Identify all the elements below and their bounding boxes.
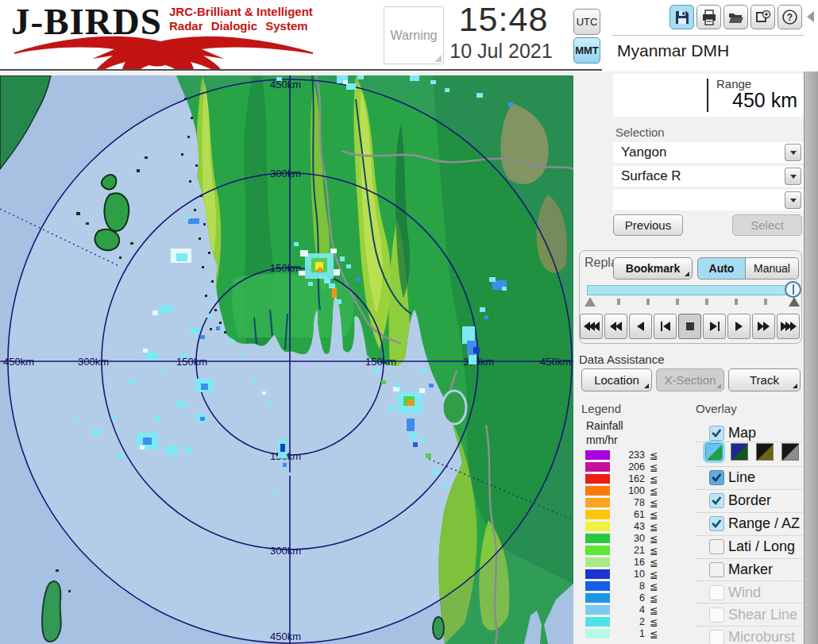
step-back-icon — [661, 322, 670, 331]
collapse-panel-icon[interactable] — [807, 11, 814, 22]
legend-unit-line1: Rainfall — [586, 419, 623, 432]
print-button[interactable] — [696, 5, 721, 29]
legend-operator: ≦ — [650, 557, 658, 569]
radar-map: 450km 300km 150km 150km 300km 450km 450k… — [0, 75, 573, 644]
overlay-checkbox-map[interactable] — [709, 426, 724, 441]
overlay-checkbox-border[interactable] — [709, 493, 724, 508]
legend-value: 2 — [608, 616, 645, 627]
overlay-separator — [696, 535, 802, 536]
overlay-checkbox-range-az[interactable] — [709, 516, 724, 531]
legend-swatch — [585, 617, 610, 627]
jbirds-window: J-BIRDS JRC-Brilliant & Intelligent Rada… — [0, 0, 818, 644]
option-dropdown-button[interactable] — [785, 191, 801, 209]
step-forward-button[interactable] — [703, 314, 726, 339]
utc-button[interactable]: UTC — [573, 9, 600, 35]
overlay-item-range-az: Range / AZ — [728, 515, 800, 532]
legend-unit-line2: mm/hr — [586, 434, 618, 446]
product-dropdown[interactable]: Surface R — [613, 166, 804, 187]
timeline-tick — [735, 299, 738, 305]
timeline-start-marker[interactable] — [585, 297, 596, 307]
manual-mode-button[interactable]: Manual — [746, 257, 799, 280]
legend-value: 4 — [608, 604, 645, 615]
help-button[interactable]: ? — [777, 5, 802, 29]
fast-rewind-button[interactable] — [580, 314, 603, 339]
legend-value: 16 — [608, 557, 645, 568]
overlay-item-map: Map — [728, 425, 756, 442]
legend-operator: ≦ — [650, 628, 658, 640]
fast-forward-button[interactable] — [752, 314, 775, 339]
station-name: Myanmar DMH — [617, 41, 729, 60]
clock-time: 15:48 — [443, 0, 564, 39]
legend-operator: ≦ — [650, 533, 658, 545]
map-style-swatch-1[interactable] — [705, 443, 723, 461]
fast-forward-icon — [758, 322, 770, 331]
overlay-separator — [696, 626, 802, 627]
eagle-logo-icon — [8, 33, 319, 70]
save-icon — [674, 10, 690, 25]
legend-swatch — [585, 605, 610, 615]
site-dropdown-button[interactable] — [785, 144, 801, 161]
step-back-button[interactable] — [654, 314, 677, 339]
site-dropdown-value: Yangon — [621, 145, 666, 160]
stop-button[interactable] — [678, 314, 701, 339]
option-dropdown[interactable] — [613, 190, 804, 210]
play-button[interactable] — [727, 314, 750, 339]
bookmark-button[interactable]: Bookmark — [613, 257, 693, 280]
map-style-swatch-3[interactable] — [756, 443, 774, 461]
timeline-end-marker[interactable] — [789, 297, 800, 307]
chevron-down-icon — [790, 175, 797, 179]
panel-edge-rail[interactable] — [804, 71, 818, 644]
overlay-checkbox-shear-line — [709, 607, 724, 623]
add-image-button[interactable] — [750, 5, 775, 29]
legend-operator: ≦ — [650, 521, 658, 533]
legend-swatch — [585, 450, 610, 460]
overlay-item-border: Border — [728, 492, 771, 509]
map-style-swatch-4[interactable] — [781, 443, 799, 461]
overlay-checkbox-lati-long[interactable] — [709, 539, 724, 554]
overlay-checkbox-marker[interactable] — [709, 562, 724, 577]
location-label: Location — [594, 373, 639, 387]
help-icon: ? — [781, 9, 798, 25]
dropdown-corner-icon — [793, 384, 797, 388]
product-dropdown-button[interactable] — [785, 168, 801, 185]
overlay-checkbox-line[interactable] — [709, 470, 724, 485]
fastest-forward-button[interactable] — [777, 314, 800, 339]
data-assistance-label: Data Assistance — [579, 353, 665, 366]
save-button[interactable] — [669, 5, 694, 29]
overlay-label: Overlay — [696, 402, 737, 415]
river-island — [442, 391, 466, 424]
site-dropdown[interactable]: Yangon — [613, 142, 804, 163]
legend-label: Legend — [581, 402, 621, 415]
legend-swatch — [585, 569, 610, 579]
legend-swatch — [585, 629, 610, 638]
rewind-button[interactable] — [604, 314, 627, 339]
mmt-button[interactable]: MMT — [573, 37, 600, 64]
legend-value: 43 — [608, 521, 645, 532]
track-button[interactable]: Track — [728, 368, 801, 391]
timeline-tick — [764, 299, 767, 305]
rewind-icon — [610, 322, 622, 331]
auto-mode-button[interactable]: Auto — [697, 257, 746, 280]
replay-slider-handle[interactable] — [785, 281, 801, 298]
legend-swatch — [585, 462, 610, 472]
map-style-swatch-2[interactable] — [731, 443, 748, 461]
header-divider — [0, 69, 602, 71]
select-button[interactable]: Select — [732, 214, 802, 236]
legend-value: 6 — [608, 592, 645, 604]
legend-operator: ≦ — [650, 569, 658, 580]
replay-timeline-slider[interactable] — [587, 285, 795, 295]
overlay-item-wind: Wind — [728, 584, 761, 601]
location-button[interactable]: Location — [581, 368, 652, 391]
legend-swatch — [585, 593, 610, 603]
step-forward-icon — [710, 322, 720, 331]
open-folder-button[interactable] — [723, 5, 748, 29]
ring-label: 300km — [270, 168, 301, 179]
legend-value: 30 — [608, 533, 645, 544]
play-reverse-button[interactable] — [629, 314, 652, 339]
xsection-button[interactable]: X-Section — [656, 368, 724, 391]
radar-map-view[interactable]: 450km 300km 150km 150km 300km 450km 450k… — [0, 75, 573, 644]
dropdown-corner-icon — [716, 384, 721, 388]
legend-operator: ≦ — [650, 509, 658, 521]
chevron-down-icon — [790, 151, 797, 155]
previous-button[interactable]: Previous — [613, 214, 683, 236]
